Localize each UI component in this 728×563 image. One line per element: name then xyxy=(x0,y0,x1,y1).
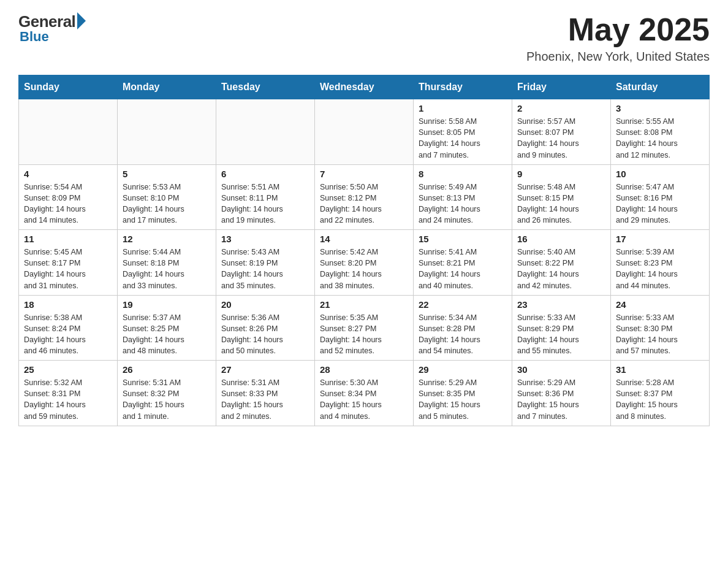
calendar-cell: 21Sunrise: 5:35 AM Sunset: 8:27 PM Dayli… xyxy=(315,295,414,361)
day-info: Sunrise: 5:39 AM Sunset: 8:23 PM Dayligh… xyxy=(616,247,704,291)
day-info: Sunrise: 5:47 AM Sunset: 8:16 PM Dayligh… xyxy=(616,182,704,226)
weekday-header-monday: Monday xyxy=(118,75,216,99)
location-title: Phoenix, New York, United States xyxy=(526,50,710,64)
calendar-cell: 22Sunrise: 5:34 AM Sunset: 8:28 PM Dayli… xyxy=(414,295,512,361)
calendar-cell: 25Sunrise: 5:32 AM Sunset: 8:31 PM Dayli… xyxy=(19,361,118,426)
calendar-cell: 14Sunrise: 5:42 AM Sunset: 8:20 PM Dayli… xyxy=(315,230,414,296)
calendar-table: SundayMondayTuesdayWednesdayThursdayFrid… xyxy=(18,75,710,426)
page-header: General Blue May 2025 Phoenix, New York,… xyxy=(18,12,710,64)
day-info: Sunrise: 5:33 AM Sunset: 8:29 PM Dayligh… xyxy=(517,312,605,357)
day-number: 26 xyxy=(123,364,211,375)
day-number: 6 xyxy=(221,169,309,179)
calendar-cell xyxy=(19,99,118,165)
calendar-cell: 9Sunrise: 5:48 AM Sunset: 8:15 PM Daylig… xyxy=(512,164,611,230)
calendar-cell: 16Sunrise: 5:40 AM Sunset: 8:22 PM Dayli… xyxy=(512,230,611,296)
day-number: 24 xyxy=(616,299,704,310)
calendar-cell xyxy=(216,99,315,165)
calendar-cell: 24Sunrise: 5:33 AM Sunset: 8:30 PM Dayli… xyxy=(611,295,710,361)
day-info: Sunrise: 5:53 AM Sunset: 8:10 PM Dayligh… xyxy=(123,182,211,226)
day-number: 12 xyxy=(123,234,211,244)
day-info: Sunrise: 5:49 AM Sunset: 8:13 PM Dayligh… xyxy=(419,182,507,226)
weekday-header-saturday: Saturday xyxy=(611,75,710,99)
day-number: 7 xyxy=(320,169,408,179)
calendar-week-4: 18Sunrise: 5:38 AM Sunset: 8:24 PM Dayli… xyxy=(19,295,710,361)
calendar-cell: 8Sunrise: 5:49 AM Sunset: 8:13 PM Daylig… xyxy=(414,164,512,230)
calendar-header-row: SundayMondayTuesdayWednesdayThursdayFrid… xyxy=(19,75,710,99)
title-block: May 2025 Phoenix, New York, United State… xyxy=(526,12,710,64)
day-info: Sunrise: 5:31 AM Sunset: 8:33 PM Dayligh… xyxy=(221,377,309,422)
day-info: Sunrise: 5:57 AM Sunset: 8:07 PM Dayligh… xyxy=(517,116,605,161)
day-number: 29 xyxy=(419,364,507,375)
calendar-cell: 17Sunrise: 5:39 AM Sunset: 8:23 PM Dayli… xyxy=(611,230,710,296)
calendar-cell: 5Sunrise: 5:53 AM Sunset: 8:10 PM Daylig… xyxy=(118,164,216,230)
day-info: Sunrise: 5:34 AM Sunset: 8:28 PM Dayligh… xyxy=(419,312,507,357)
day-info: Sunrise: 5:33 AM Sunset: 8:30 PM Dayligh… xyxy=(616,312,704,357)
day-info: Sunrise: 5:30 AM Sunset: 8:34 PM Dayligh… xyxy=(320,377,408,422)
calendar-cell: 1Sunrise: 5:58 AM Sunset: 8:05 PM Daylig… xyxy=(414,99,512,165)
calendar-cell: 23Sunrise: 5:33 AM Sunset: 8:29 PM Dayli… xyxy=(512,295,611,361)
calendar-cell: 15Sunrise: 5:41 AM Sunset: 8:21 PM Dayli… xyxy=(414,230,512,296)
day-number: 22 xyxy=(419,299,507,310)
day-info: Sunrise: 5:51 AM Sunset: 8:11 PM Dayligh… xyxy=(221,182,309,226)
calendar-week-3: 11Sunrise: 5:45 AM Sunset: 8:17 PM Dayli… xyxy=(19,230,710,296)
day-info: Sunrise: 5:50 AM Sunset: 8:12 PM Dayligh… xyxy=(320,182,408,226)
day-info: Sunrise: 5:58 AM Sunset: 8:05 PM Dayligh… xyxy=(419,116,507,161)
day-number: 13 xyxy=(221,234,309,244)
calendar-cell: 20Sunrise: 5:36 AM Sunset: 8:26 PM Dayli… xyxy=(216,295,315,361)
day-number: 19 xyxy=(123,299,211,310)
logo-blue-text: Blue xyxy=(20,29,49,45)
day-info: Sunrise: 5:43 AM Sunset: 8:19 PM Dayligh… xyxy=(221,247,309,291)
calendar-cell: 29Sunrise: 5:29 AM Sunset: 8:35 PM Dayli… xyxy=(414,361,512,426)
day-number: 10 xyxy=(616,169,704,179)
calendar-cell: 4Sunrise: 5:54 AM Sunset: 8:09 PM Daylig… xyxy=(19,164,118,230)
day-info: Sunrise: 5:29 AM Sunset: 8:35 PM Dayligh… xyxy=(419,377,507,422)
day-info: Sunrise: 5:40 AM Sunset: 8:22 PM Dayligh… xyxy=(517,247,605,291)
day-number: 25 xyxy=(24,364,112,375)
day-number: 20 xyxy=(221,299,309,310)
calendar-cell: 31Sunrise: 5:28 AM Sunset: 8:37 PM Dayli… xyxy=(611,361,710,426)
day-number: 16 xyxy=(517,234,605,244)
day-info: Sunrise: 5:55 AM Sunset: 8:08 PM Dayligh… xyxy=(616,116,704,161)
day-number: 2 xyxy=(517,103,605,113)
day-number: 15 xyxy=(419,234,507,244)
day-info: Sunrise: 5:37 AM Sunset: 8:25 PM Dayligh… xyxy=(123,312,211,357)
weekday-header-wednesday: Wednesday xyxy=(315,75,414,99)
logo: General Blue xyxy=(18,12,86,45)
day-number: 14 xyxy=(320,234,408,244)
day-info: Sunrise: 5:54 AM Sunset: 8:09 PM Dayligh… xyxy=(24,182,112,226)
day-number: 18 xyxy=(24,299,112,310)
calendar-cell: 28Sunrise: 5:30 AM Sunset: 8:34 PM Dayli… xyxy=(315,361,414,426)
weekday-header-thursday: Thursday xyxy=(414,75,512,99)
calendar-cell: 19Sunrise: 5:37 AM Sunset: 8:25 PM Dayli… xyxy=(118,295,216,361)
logo-triangle-icon xyxy=(77,12,86,29)
day-info: Sunrise: 5:44 AM Sunset: 8:18 PM Dayligh… xyxy=(123,247,211,291)
calendar-cell: 2Sunrise: 5:57 AM Sunset: 8:07 PM Daylig… xyxy=(512,99,611,165)
day-number: 17 xyxy=(616,234,704,244)
calendar-cell: 7Sunrise: 5:50 AM Sunset: 8:12 PM Daylig… xyxy=(315,164,414,230)
month-title: May 2025 xyxy=(526,12,710,47)
calendar-cell: 11Sunrise: 5:45 AM Sunset: 8:17 PM Dayli… xyxy=(19,230,118,296)
calendar-cell: 10Sunrise: 5:47 AM Sunset: 8:16 PM Dayli… xyxy=(611,164,710,230)
day-info: Sunrise: 5:45 AM Sunset: 8:17 PM Dayligh… xyxy=(24,247,112,291)
calendar-cell: 3Sunrise: 5:55 AM Sunset: 8:08 PM Daylig… xyxy=(611,99,710,165)
weekday-header-friday: Friday xyxy=(512,75,611,99)
calendar-cell: 12Sunrise: 5:44 AM Sunset: 8:18 PM Dayli… xyxy=(118,230,216,296)
calendar-cell xyxy=(315,99,414,165)
calendar-cell xyxy=(118,99,216,165)
day-info: Sunrise: 5:31 AM Sunset: 8:32 PM Dayligh… xyxy=(123,377,211,422)
day-info: Sunrise: 5:48 AM Sunset: 8:15 PM Dayligh… xyxy=(517,182,605,226)
day-info: Sunrise: 5:42 AM Sunset: 8:20 PM Dayligh… xyxy=(320,247,408,291)
day-info: Sunrise: 5:36 AM Sunset: 8:26 PM Dayligh… xyxy=(221,312,309,357)
day-number: 11 xyxy=(24,234,112,244)
day-number: 1 xyxy=(419,103,507,113)
calendar-cell: 6Sunrise: 5:51 AM Sunset: 8:11 PM Daylig… xyxy=(216,164,315,230)
weekday-header-sunday: Sunday xyxy=(19,75,118,99)
calendar-week-2: 4Sunrise: 5:54 AM Sunset: 8:09 PM Daylig… xyxy=(19,164,710,230)
day-info: Sunrise: 5:35 AM Sunset: 8:27 PM Dayligh… xyxy=(320,312,408,357)
weekday-header-tuesday: Tuesday xyxy=(216,75,315,99)
day-number: 3 xyxy=(616,103,704,113)
calendar-week-1: 1Sunrise: 5:58 AM Sunset: 8:05 PM Daylig… xyxy=(19,99,710,165)
day-number: 28 xyxy=(320,364,408,375)
day-info: Sunrise: 5:38 AM Sunset: 8:24 PM Dayligh… xyxy=(24,312,112,357)
calendar-cell: 13Sunrise: 5:43 AM Sunset: 8:19 PM Dayli… xyxy=(216,230,315,296)
